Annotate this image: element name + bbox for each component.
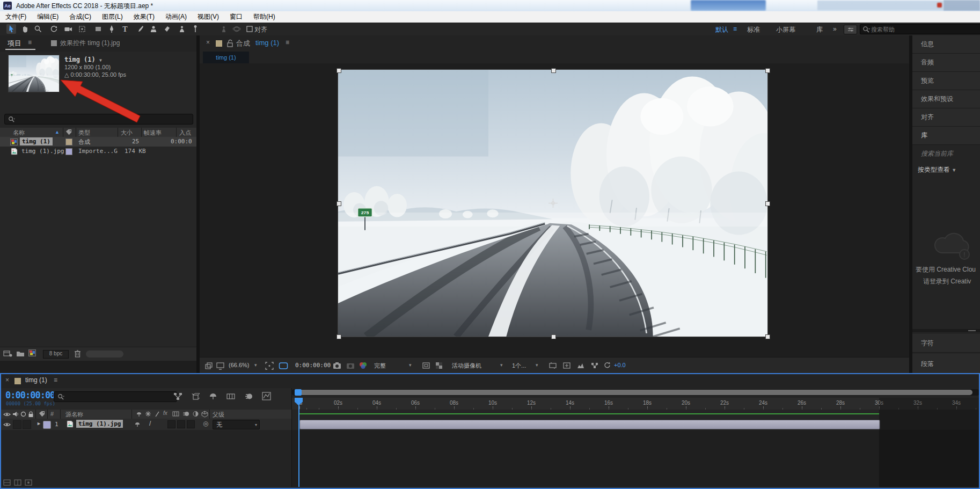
align-checkbox[interactable] — [245, 24, 254, 34]
column-name[interactable]: 名称 — [13, 129, 25, 137]
resolution-dropdown[interactable]: 完整 — [374, 362, 407, 370]
toggle-transfer-pane-icon[interactable] — [14, 479, 21, 486]
chevron-down-icon[interactable]: ▾ — [500, 362, 503, 368]
always-preview-icon[interactable] — [205, 362, 213, 370]
toggle-switches-pane-icon[interactable] — [3, 479, 11, 486]
layer-switch-box[interactable] — [187, 420, 195, 428]
library-view-by-dropdown[interactable]: 按类型查看 ▼ — [918, 165, 956, 174]
label-column-tag-icon[interactable] — [39, 411, 46, 418]
clone-stamp-tool-icon[interactable] — [149, 24, 158, 34]
timeline-search-input[interactable] — [54, 391, 177, 402]
camera-view-dropdown[interactable]: 活动摄像机 — [452, 362, 481, 370]
roto-brush-tool-icon[interactable] — [177, 24, 187, 34]
label-column-tag-icon[interactable] — [65, 129, 72, 136]
layer-name[interactable]: timg (1).jpg — [76, 420, 123, 428]
workspace-tab-library[interactable]: 库 — [816, 25, 823, 34]
close-icon[interactable]: × — [206, 39, 210, 46]
help-search-input[interactable] — [860, 24, 980, 34]
sort-ascending-icon[interactable]: ▲ — [55, 129, 60, 135]
transparency-grid-icon[interactable] — [435, 362, 443, 369]
layer-quality-switch[interactable]: / — [149, 420, 151, 427]
menu-item[interactable]: 效果(T) — [128, 12, 160, 21]
layer-shy-switch[interactable] — [134, 421, 141, 428]
column-parent[interactable]: 父级 — [213, 411, 224, 419]
zoom-tool-icon[interactable] — [33, 24, 43, 34]
hand-tool-icon[interactable] — [20, 24, 30, 34]
selection-handle[interactable] — [551, 334, 556, 339]
selected-item-title[interactable]: timg (1) ▼ — [64, 56, 102, 63]
menu-item[interactable]: 图层(L) — [97, 12, 128, 21]
reset-exposure-icon[interactable] — [603, 361, 611, 369]
panel-menu-icon[interactable]: ≡ — [286, 39, 289, 46]
anchor-point-crosshair[interactable] — [548, 199, 558, 208]
unlock-icon[interactable] — [226, 39, 233, 47]
graph-editor-icon[interactable] — [262, 392, 271, 400]
workspace-settings-icon[interactable] — [844, 25, 857, 34]
timeline-tab-name[interactable]: timg (1) — [25, 376, 47, 384]
parent-pickwhip-icon[interactable]: ◎ — [203, 420, 208, 427]
layer-audio-toggle[interactable] — [13, 420, 21, 429]
viewer-subtab[interactable]: timg (1) — [203, 52, 249, 63]
share-view-icon[interactable] — [548, 362, 557, 369]
layer-visibility-eye-icon[interactable] — [3, 421, 11, 428]
label-color-swatch[interactable] — [65, 148, 72, 155]
chevron-down-icon[interactable]: ▾ — [254, 362, 257, 368]
workspace-overflow-chevrons[interactable]: » — [833, 25, 837, 33]
draft-3d-icon[interactable] — [191, 392, 200, 400]
sidebar-panel-tab[interactable]: 预览 — [912, 72, 980, 90]
zoom-level-dropdown[interactable]: (66.6%) — [229, 362, 250, 368]
sidebar-panel-tab[interactable]: 音频 — [912, 54, 980, 72]
layer-switch-box[interactable] — [177, 420, 185, 428]
pen-tool-icon[interactable] — [107, 24, 116, 34]
current-timecode[interactable]: 0:00:00:00 — [5, 390, 55, 400]
column-source-name[interactable]: 源名称 — [65, 411, 83, 419]
new-folder-icon[interactable] — [16, 350, 25, 357]
label-color-swatch[interactable] — [65, 138, 72, 145]
sidebar-panel-tab-paragraph[interactable]: 段落 — [912, 354, 980, 375]
pixel-aspect-icon[interactable] — [562, 362, 571, 369]
bit-depth-button[interactable]: 8 bpc — [43, 350, 69, 359]
tab-project[interactable]: 项目 — [8, 39, 21, 48]
column-track-divider[interactable] — [291, 388, 292, 487]
row-name-selected[interactable]: timg (1) — [20, 137, 53, 145]
time-navigator-start[interactable] — [295, 389, 302, 396]
sidebar-panel-tab-library[interactable]: 库 — [912, 127, 980, 145]
menu-item[interactable]: 动画(A) — [160, 12, 192, 21]
panel-menu-icon[interactable]: ≡ — [28, 39, 32, 46]
sidebar-panel-tab[interactable]: 信息 — [912, 35, 980, 54]
camera-tool-icon[interactable] — [63, 24, 73, 34]
eraser-tool-icon[interactable] — [162, 24, 172, 34]
column-layer-number[interactable]: # — [50, 411, 54, 417]
layer-row[interactable]: ► 1 timg (1).jpg / ◎ 无 ▾ — [0, 419, 291, 430]
layer-label-swatch[interactable] — [43, 421, 51, 429]
shape-tool-icon[interactable] — [93, 24, 103, 34]
selection-handle[interactable] — [337, 334, 341, 339]
new-composition-icon[interactable] — [28, 349, 36, 356]
menu-item[interactable]: 文件(F) — [0, 12, 32, 21]
menu-item[interactable]: 合成(C) — [64, 12, 97, 21]
mask-visibility-icon[interactable] — [279, 362, 288, 370]
sidebar-panel-tab-character[interactable]: 字符 — [912, 334, 980, 353]
close-icon[interactable]: × — [5, 376, 9, 384]
chevron-down-icon[interactable]: ▾ — [409, 362, 412, 368]
motion-blur-icon[interactable] — [244, 392, 253, 400]
sidebar-panel-tab[interactable]: 对齐 — [912, 108, 980, 127]
table-row[interactable]: timg (1).jpg Importe...G 174 KB — [0, 147, 196, 156]
type-tool-icon[interactable]: T — [120, 24, 130, 34]
timeline-hscroll-bar[interactable] — [299, 390, 972, 395]
region-of-interest-icon[interactable] — [422, 362, 430, 369]
exposure-value[interactable]: +0.0 — [614, 362, 626, 368]
layer-lock-toggle[interactable] — [23, 420, 31, 429]
workspace-tab-small-screen[interactable]: 小屏幕 — [776, 25, 795, 34]
pan-behind-tool-icon[interactable] — [77, 24, 87, 34]
layer-duration-bar[interactable] — [299, 420, 880, 429]
layer-switch-box[interactable] — [167, 420, 175, 428]
selection-handle[interactable] — [765, 334, 770, 339]
menu-item[interactable]: 窗口 — [224, 12, 248, 21]
show-snapshot-icon[interactable] — [346, 361, 355, 369]
chevron-down-icon[interactable]: ▾ — [536, 362, 538, 368]
column-fps[interactable]: 帧速率 — [144, 129, 162, 137]
column-type[interactable]: 类型 — [78, 129, 90, 137]
menu-item[interactable]: 帮助(H) — [248, 12, 281, 21]
library-search-input[interactable]: 搜索当前库 — [921, 149, 975, 158]
